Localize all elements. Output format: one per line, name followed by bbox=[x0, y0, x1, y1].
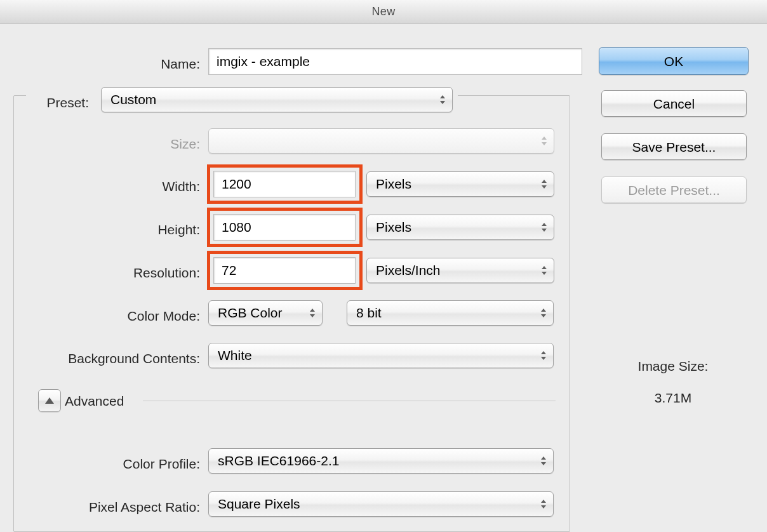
color-mode-label: Color Mode: bbox=[92, 309, 200, 324]
size-label: Size: bbox=[114, 136, 200, 152]
color-profile-label: Color Profile: bbox=[60, 456, 200, 472]
updown-icon bbox=[541, 129, 547, 153]
resolution-unit-value: Pixels/Inch bbox=[376, 263, 441, 278]
bg-contents-value: White bbox=[218, 348, 252, 363]
window-title: New bbox=[372, 5, 396, 18]
advanced-separator bbox=[143, 401, 556, 401]
triangle-up-icon bbox=[45, 396, 54, 406]
updown-icon bbox=[309, 301, 316, 325]
color-profile-select[interactable]: sRGB IEC61966-2.1 bbox=[208, 448, 554, 474]
delete-preset-button: Delete Preset... bbox=[601, 176, 747, 203]
resolution-unit-select[interactable]: Pixels/Inch bbox=[366, 258, 554, 283]
updown-icon bbox=[540, 449, 547, 473]
color-depth-value: 8 bit bbox=[356, 305, 382, 321]
bg-contents-select[interactable]: White bbox=[208, 343, 554, 368]
ok-button[interactable]: OK bbox=[599, 47, 749, 75]
cancel-button[interactable]: Cancel bbox=[601, 90, 747, 117]
size-select bbox=[208, 128, 554, 154]
name-label: Name: bbox=[114, 57, 200, 72]
color-depth-select[interactable]: 8 bit bbox=[347, 300, 554, 326]
height-input[interactable] bbox=[213, 214, 356, 241]
width-input[interactable] bbox=[213, 171, 356, 197]
name-input[interactable] bbox=[208, 48, 582, 75]
resolution-input[interactable] bbox=[213, 257, 356, 284]
delete-preset-label: Delete Preset... bbox=[628, 183, 720, 197]
image-size-value: 3.71M bbox=[600, 390, 746, 406]
width-unit-value: Pixels bbox=[376, 176, 411, 192]
image-size-label: Image Size: bbox=[600, 359, 746, 374]
height-label: Height: bbox=[114, 222, 200, 237]
updown-icon bbox=[540, 301, 547, 325]
preset-label: Preset: bbox=[25, 95, 89, 110]
advanced-label: Advanced bbox=[65, 394, 141, 409]
updown-icon bbox=[540, 343, 547, 368]
updown-icon bbox=[439, 88, 446, 112]
updown-icon bbox=[541, 258, 547, 283]
pixel-aspect-label: Pixel Aspect Ratio: bbox=[35, 500, 200, 515]
window-titlebar: New bbox=[0, 0, 767, 23]
ok-button-label: OK bbox=[664, 55, 683, 68]
advanced-disclosure-button[interactable] bbox=[38, 389, 61, 412]
preset-value: Custom bbox=[110, 92, 156, 107]
height-unit-value: Pixels bbox=[376, 220, 411, 235]
bg-contents-label: Background Contents: bbox=[19, 351, 200, 366]
pixel-aspect-select[interactable]: Square Pixels bbox=[208, 491, 554, 517]
height-unit-select[interactable]: Pixels bbox=[366, 215, 554, 240]
save-preset-button[interactable]: Save Preset... bbox=[601, 133, 747, 160]
color-profile-value: sRGB IEC61966-2.1 bbox=[218, 453, 339, 469]
width-unit-select[interactable]: Pixels bbox=[366, 171, 554, 197]
pixel-aspect-value: Square Pixels bbox=[218, 496, 300, 512]
updown-icon bbox=[540, 492, 547, 516]
updown-icon bbox=[541, 215, 547, 239]
save-preset-label: Save Preset... bbox=[632, 140, 716, 154]
preset-select[interactable]: Custom bbox=[101, 87, 453, 112]
color-mode-select[interactable]: RGB Color bbox=[208, 300, 323, 326]
cancel-button-label: Cancel bbox=[653, 97, 695, 110]
resolution-label: Resolution: bbox=[92, 265, 200, 281]
updown-icon bbox=[541, 172, 547, 196]
width-label: Width: bbox=[114, 179, 200, 194]
color-mode-value: RGB Color bbox=[218, 305, 283, 321]
